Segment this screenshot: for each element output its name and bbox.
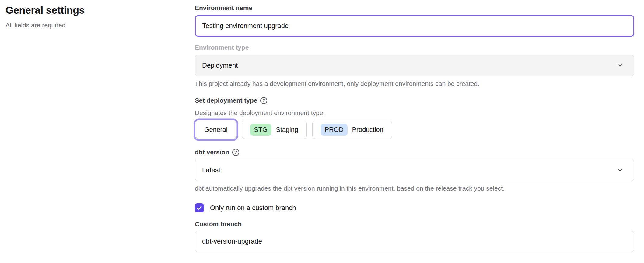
- staging-badge: STG: [250, 124, 271, 136]
- settings-form: Environment name Environment type Deploy…: [195, 0, 634, 252]
- custom-branch-checkbox[interactable]: [195, 203, 204, 212]
- custom-branch-label: Custom branch: [195, 220, 634, 228]
- deployment-type-options: General STG Staging PROD Production: [195, 121, 634, 139]
- dbt-version-label: dbt version ?: [195, 149, 634, 156]
- dbt-version-field: dbt version ? Latest dbt automatically u…: [195, 149, 634, 192]
- deployment-type-production-button[interactable]: PROD Production: [312, 121, 392, 139]
- custom-branch-checkbox-label[interactable]: Only run on a custom branch: [210, 204, 296, 212]
- environment-name-field: Environment name: [195, 4, 634, 37]
- deployment-type-helper: Designates the deployment environment ty…: [195, 109, 634, 117]
- page-title: General settings: [5, 4, 176, 16]
- help-icon[interactable]: ?: [260, 97, 267, 104]
- dbt-version-select[interactable]: Latest: [195, 160, 634, 181]
- environment-settings-page: General settings All fields are required…: [0, 0, 644, 263]
- deployment-type-general-button[interactable]: General: [196, 121, 236, 139]
- deployment-type-label-text: Set deployment type: [195, 97, 257, 104]
- custom-branch-field: Custom branch: [195, 220, 634, 252]
- check-icon: [196, 205, 203, 211]
- custom-branch-input[interactable]: [195, 231, 634, 252]
- deployment-type-field: Set deployment type ? Designates the dep…: [195, 97, 634, 139]
- chevron-down-icon: [617, 167, 623, 174]
- environment-type-select: Deployment: [195, 55, 634, 76]
- help-icon[interactable]: ?: [232, 149, 239, 156]
- production-badge: PROD: [321, 124, 348, 136]
- dbt-version-label-text: dbt version: [195, 149, 229, 156]
- environment-type-value: Deployment: [202, 61, 238, 69]
- environment-type-label: Environment type: [195, 44, 634, 51]
- chevron-down-icon: [617, 62, 623, 69]
- custom-branch-checkbox-row: Only run on a custom branch: [195, 203, 634, 212]
- environment-type-field: Environment type Deployment This project…: [195, 44, 634, 88]
- environment-name-input[interactable]: [195, 15, 634, 37]
- deployment-type-staging-label: Staging: [276, 126, 298, 134]
- dbt-version-value: Latest: [202, 166, 220, 174]
- deployment-type-label: Set deployment type ?: [195, 97, 634, 104]
- dbt-version-helper: dbt automatically upgrades the dbt versi…: [195, 184, 634, 192]
- environment-name-label: Environment name: [195, 4, 634, 12]
- page-subtitle: All fields are required: [5, 21, 176, 29]
- deployment-type-production-label: Production: [352, 126, 383, 134]
- deployment-type-staging-button[interactable]: STG Staging: [242, 121, 307, 139]
- settings-header: General settings All fields are required: [5, 4, 176, 29]
- environment-type-helper: This project already has a development e…: [195, 80, 634, 88]
- deployment-type-general-label: General: [204, 126, 228, 134]
